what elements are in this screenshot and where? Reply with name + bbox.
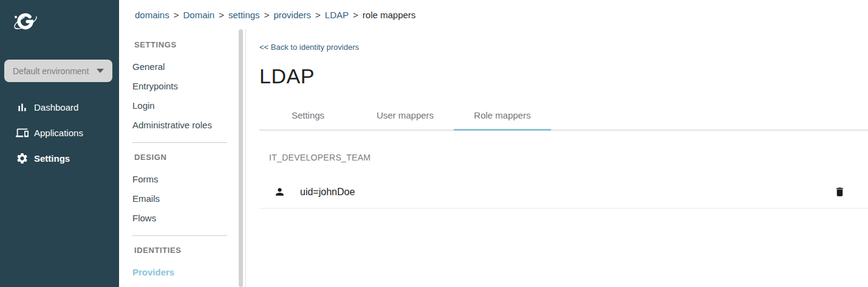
breadcrumb-separator: > [315, 10, 321, 20]
breadcrumb-link-ldap[interactable]: LDAP [325, 10, 349, 20]
breadcrumb-separator: > [353, 10, 358, 20]
sidebar-item-general[interactable]: General [119, 57, 245, 77]
app-root: Default environment Dashboard Applicatio… [0, 0, 868, 287]
breadcrumb-link-domains[interactable]: domains [135, 10, 169, 20]
sidebar-item-label: Dashboard [34, 102, 78, 112]
trash-icon [834, 190, 846, 199]
sidebar-item-settings[interactable]: Settings [0, 145, 119, 171]
back-to-identity-providers-link[interactable]: << Back to identity providers [259, 43, 359, 52]
section-header-design: DESIGN [134, 153, 245, 162]
role-mapper-row: uid=johnDoe [259, 176, 868, 209]
person-icon [274, 186, 285, 198]
main-panel: << Back to identity providers LDAP Setti… [246, 29, 868, 287]
tab-role-mappers[interactable]: Role mappers [454, 102, 551, 130]
role-mapper-user: uid=johnDoe [300, 187, 355, 198]
sidebar-item-applications[interactable]: Applications [0, 120, 119, 145]
sidebar-item-login[interactable]: Login [119, 96, 245, 116]
sidebar-item-entrypoints[interactable]: Entrypoints [119, 77, 245, 96]
section-header-settings: SETTINGS [134, 40, 245, 49]
breadcrumb-current: role mappers [363, 10, 416, 20]
sidebar-item-providers[interactable]: Providers [119, 263, 245, 282]
sidebar-divider [132, 235, 227, 236]
environment-select-value: Default environment [13, 66, 89, 76]
primary-nav: Dashboard Applications Settings [0, 94, 119, 171]
sidebar-item-label: Applications [34, 128, 83, 138]
sidebar-item-dashboard[interactable]: Dashboard [0, 94, 119, 120]
gear-icon [16, 152, 29, 165]
tab-user-mappers[interactable]: User mappers [357, 102, 454, 130]
role-group-name: IT_DEVELOPERS_TEAM [269, 153, 868, 162]
sidebar-divider [132, 142, 227, 143]
environment-select[interactable]: Default environment [4, 60, 112, 82]
section-header-identities: IDENTITIES [134, 246, 245, 255]
bar-chart-icon [16, 101, 29, 114]
sidebar-item-administrative-roles[interactable]: Administrative roles [119, 116, 245, 135]
settings-sidebar: SETTINGS General Entrypoints Login Admin… [119, 29, 246, 287]
page-title: LDAP [259, 64, 868, 88]
tab-settings[interactable]: Settings [259, 102, 357, 130]
gravitee-logo [10, 9, 41, 36]
breadcrumb-link-settings[interactable]: settings [228, 10, 260, 20]
devices-icon [16, 126, 29, 139]
primary-sidebar: Default environment Dashboard Applicatio… [0, 0, 119, 287]
sidebar-item-flows[interactable]: Flows [119, 209, 245, 228]
sidebar-item-forms[interactable]: Forms [119, 170, 245, 189]
sidebar-item-emails[interactable]: Emails [119, 189, 245, 209]
tab-bar: Settings User mappers Role mappers [259, 102, 868, 131]
chevron-down-icon [97, 69, 104, 73]
delete-role-mapper-button[interactable] [834, 186, 846, 198]
breadcrumb-link-domain[interactable]: Domain [183, 10, 214, 20]
breadcrumb-separator: > [174, 10, 179, 20]
right-column: domains > Domain > settings > providers … [119, 0, 868, 287]
breadcrumb: domains > Domain > settings > providers … [119, 0, 868, 29]
sidebar-scrollbar[interactable] [239, 29, 243, 287]
content-row: SETTINGS General Entrypoints Login Admin… [119, 29, 868, 287]
breadcrumb-link-providers[interactable]: providers [273, 10, 311, 20]
sidebar-item-label: Settings [34, 153, 70, 164]
breadcrumb-separator: > [219, 10, 224, 20]
breadcrumb-separator: > [264, 10, 270, 20]
